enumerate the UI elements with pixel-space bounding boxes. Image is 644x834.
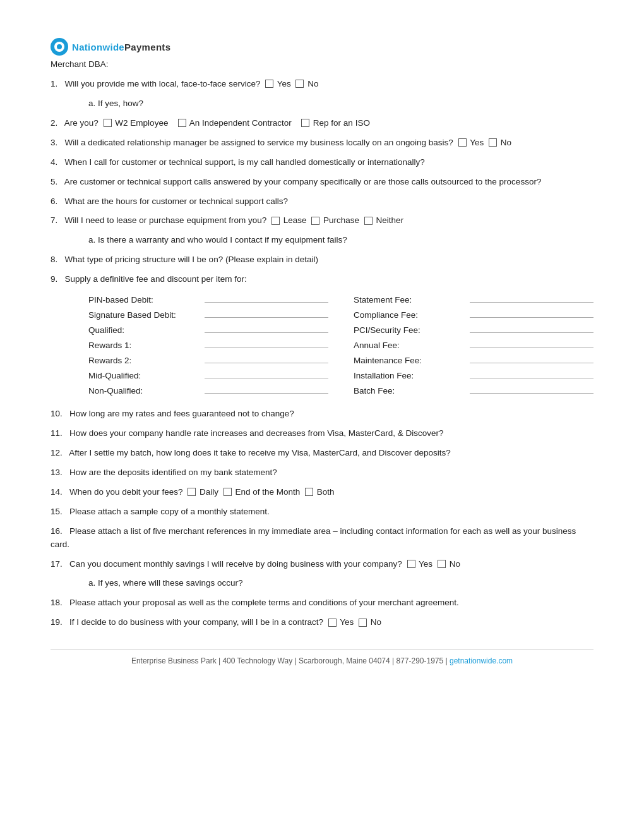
q3-no-label: No	[501, 138, 511, 147]
fee-row-install: Installation Fee:	[354, 370, 593, 380]
question-17a: a. If yes, where will these savings occu…	[88, 577, 593, 590]
q1-num: 1.	[51, 79, 63, 88]
q2-iso-label: Rep for an ISO	[313, 118, 370, 128]
question-10: 10. How long are my rates and fees guara…	[51, 408, 593, 421]
question-17: 17. Can you document monthly savings I w…	[51, 558, 593, 571]
fee-pin-label: PIN-based Debit:	[88, 295, 202, 305]
fee-row-pci: PCI/Security Fee:	[354, 324, 593, 335]
q3-no-checkbox[interactable]	[489, 138, 497, 147]
q17-yes-checkbox[interactable]	[407, 560, 415, 568]
fee-row-nonq: Non-Qualified:	[88, 385, 328, 396]
fee-sig-line	[205, 309, 328, 318]
fee-stmt-line	[470, 294, 593, 303]
q1a-text: a. If yes, how?	[88, 99, 143, 108]
fee-rew2-label: Rewards 2:	[88, 356, 202, 365]
question-5: 5. Are customer or technical support cal…	[51, 176, 593, 189]
q14-daily-checkbox[interactable]	[188, 488, 196, 496]
q2-w2-checkbox[interactable]	[104, 119, 112, 127]
q16-text: Please attach a list of five merchant re…	[51, 526, 576, 549]
q18-text: Please attach your proposal as well as t…	[69, 598, 459, 607]
q11-text: How does your company handle rate increa…	[69, 428, 444, 438]
logo-nationwide: Nationwide	[72, 42, 124, 52]
question-3: 3. Will a dedicated relationship manager…	[51, 136, 593, 150]
q7-neither-checkbox[interactable]	[364, 217, 373, 225]
q2-text: Are you?	[64, 118, 98, 128]
fee-pci-line	[470, 324, 593, 333]
fee-row-sig: Signature Based Debit:	[88, 309, 328, 320]
question-11: 11. How does your company handle rate in…	[51, 427, 593, 440]
q14-eom-checkbox[interactable]	[224, 488, 232, 496]
fee-qual-line	[205, 324, 328, 333]
q2-contractor-checkbox[interactable]	[178, 119, 186, 127]
q13-num: 13.	[51, 468, 67, 477]
q10-text: How long are my rates and fees guarantee…	[69, 409, 294, 418]
q15-text: Please attach a sample copy of a monthly…	[69, 507, 270, 516]
question-1a: a. If yes, how?	[88, 97, 593, 111]
q5-text: Are customer or technical support calls …	[64, 177, 542, 186]
q7-text: Will I need to lease or purchase equipme…	[65, 215, 267, 225]
fee-row-comp: Compliance Fee:	[354, 309, 593, 320]
fee-annual-line	[470, 339, 593, 348]
q19-text: If I decide to do business with your com…	[69, 617, 323, 627]
fee-row-midq: Mid-Qualified:	[88, 370, 328, 380]
fee-midq-label: Mid-Qualified:	[88, 371, 202, 380]
fee-batch-line	[470, 385, 593, 394]
fee-rew2-line	[205, 354, 328, 363]
q7-purchase-checkbox[interactable]	[311, 217, 319, 225]
q15-num: 15.	[51, 507, 67, 516]
q14-both-checkbox[interactable]	[305, 488, 313, 496]
q3-yes-checkbox[interactable]	[458, 138, 467, 147]
fee-maint-line	[470, 354, 593, 363]
q19-no-checkbox[interactable]	[359, 619, 367, 627]
fee-col-left: PIN-based Debit: Signature Based Debit: …	[88, 294, 328, 400]
question-19: 19. If I decide to do business with your…	[51, 616, 593, 629]
fee-rew1-label: Rewards 1:	[88, 341, 202, 350]
q17-yes-label: Yes	[419, 559, 435, 569]
fee-maint-label: Maintenance Fee:	[354, 356, 467, 365]
fee-comp-label: Compliance Fee:	[354, 310, 467, 320]
question-2: 2. Are you? W2 Employee An Independent C…	[51, 117, 593, 130]
q14-eom-label: End of the Month	[235, 487, 302, 497]
q7-lease-label: Lease	[283, 215, 309, 225]
q1-no-label: No	[307, 79, 318, 88]
q8-num: 8.	[51, 255, 63, 264]
q1-yes-label: Yes	[277, 79, 294, 88]
footer-website[interactable]: getnationwide.com	[450, 656, 513, 665]
fee-col-right: Statement Fee: Compliance Fee: PCI/Secur…	[354, 294, 593, 400]
fee-qual-label: Qualified:	[88, 325, 202, 335]
question-7a: a. Is there a warranty and who would I c…	[88, 234, 593, 247]
q14-daily-label: Daily	[200, 487, 221, 497]
q19-num: 19.	[51, 617, 67, 627]
question-9: 9. Supply a definitive fee and discount …	[51, 273, 593, 286]
q1-yes-checkbox[interactable]	[265, 80, 273, 88]
q2-num: 2.	[51, 118, 63, 128]
q19-yes-checkbox[interactable]	[328, 619, 337, 627]
q7-lease-checkbox[interactable]	[271, 217, 280, 225]
q8-text: What type of pricing structure will I be…	[65, 255, 318, 264]
q1-no-checkbox[interactable]	[295, 80, 304, 88]
logo: NationwidePayments	[51, 38, 593, 56]
q18-num: 18.	[51, 598, 67, 607]
question-8: 8. What type of pricing structure will I…	[51, 253, 593, 267]
footer-address: Enterprise Business Park | 400 Technolog…	[131, 656, 448, 665]
q2-iso-checkbox[interactable]	[301, 119, 309, 127]
fee-sig-label: Signature Based Debit:	[88, 310, 202, 320]
fee-row-rew2: Rewards 2:	[88, 354, 328, 365]
q19-no-label: No	[371, 617, 381, 627]
q6-num: 6.	[51, 196, 63, 206]
q17-text: Can you document monthly savings I will …	[69, 559, 402, 569]
question-13: 13. How are the deposits identified on m…	[51, 466, 593, 480]
question-15: 15. Please attach a sample copy of a mon…	[51, 505, 593, 519]
q14-both-label: Both	[317, 487, 335, 497]
fee-row-rew1: Rewards 1:	[88, 339, 328, 350]
logo-icon	[51, 38, 68, 56]
q2-w2-label: W2 Employee	[115, 118, 173, 128]
fee-nonq-line	[205, 385, 328, 394]
q19-yes-label: Yes	[340, 617, 356, 627]
logo-payments: Payments	[124, 42, 170, 52]
q17-no-checkbox[interactable]	[438, 560, 446, 568]
q11-num: 11.	[51, 428, 67, 438]
q3-text: Will a dedicated relationship manager be…	[65, 138, 453, 147]
footer: Enterprise Business Park | 400 Technolog…	[51, 650, 593, 665]
merchant-dba-label: Merchant DBA:	[51, 59, 593, 69]
